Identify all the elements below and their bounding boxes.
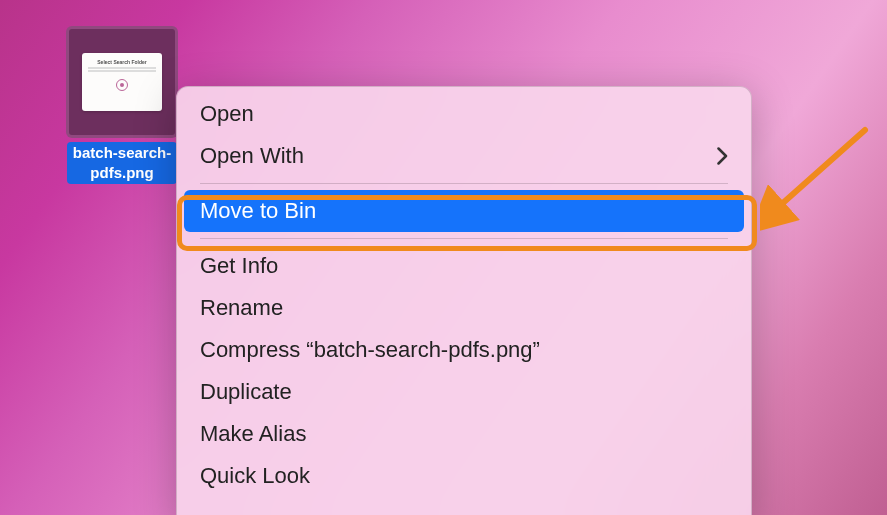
- menu-item-quick-look[interactable]: Quick Look: [178, 455, 750, 497]
- menu-item-label: Open: [200, 101, 254, 127]
- menu-item-label: Get Info: [200, 253, 278, 279]
- file-thumbnail: Select Search Folder: [66, 26, 178, 138]
- desktop-file-icon[interactable]: Select Search Folder batch-search- pdfs.…: [63, 26, 181, 184]
- menu-item-get-info[interactable]: Get Info: [178, 245, 750, 287]
- thumbnail-title: Select Search Folder: [97, 59, 146, 65]
- menu-item-label: Move to Bin: [200, 198, 316, 224]
- menu-item-compress[interactable]: Compress “batch-search-pdfs.png”: [178, 329, 750, 371]
- menu-item-make-alias[interactable]: Make Alias: [178, 413, 750, 455]
- menu-item-label: Open With: [200, 143, 304, 169]
- menu-separator: [200, 238, 728, 239]
- menu-item-label: Rename: [200, 295, 283, 321]
- menu-item-label: Compress “batch-search-pdfs.png”: [200, 337, 540, 363]
- thumbnail-preview: Select Search Folder: [82, 53, 162, 111]
- menu-item-open-with[interactable]: Open With: [178, 135, 750, 177]
- menu-item-rename[interactable]: Rename: [178, 287, 750, 329]
- file-label: batch-search- pdfs.png: [67, 142, 177, 184]
- context-menu: Open Open With Move to Bin Get Info Rena…: [176, 86, 752, 515]
- menu-separator: [200, 183, 728, 184]
- chevron-right-icon: [717, 141, 728, 172]
- menu-item-label: Duplicate: [200, 379, 292, 405]
- menu-item-open[interactable]: Open: [178, 93, 750, 135]
- annotation-arrow-icon: [760, 120, 880, 240]
- menu-item-duplicate[interactable]: Duplicate: [178, 371, 750, 413]
- menu-item-label: Quick Look: [200, 463, 310, 489]
- menu-item-move-to-bin[interactable]: Move to Bin: [184, 190, 744, 232]
- menu-item-label: Make Alias: [200, 421, 306, 447]
- svg-line-0: [775, 130, 865, 210]
